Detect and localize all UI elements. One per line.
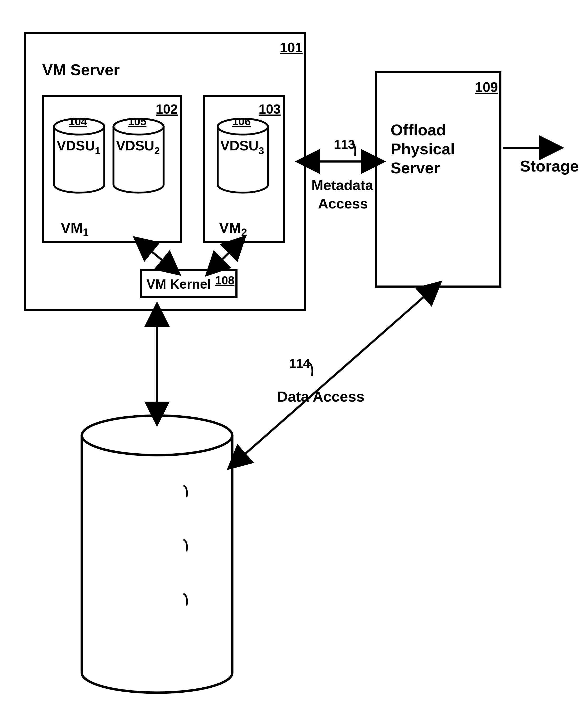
redo-log-1-label: redo log bbox=[114, 505, 168, 521]
vm2-label: VM2 bbox=[219, 219, 247, 238]
hook-112 bbox=[183, 594, 187, 605]
metadata-ref: 113 bbox=[334, 137, 355, 152]
offload-line2: Physical bbox=[391, 140, 455, 158]
metadata-line1: Metadata bbox=[311, 177, 373, 193]
vm-server-title: VM Server bbox=[42, 61, 120, 79]
metadata-line2: Access bbox=[318, 195, 368, 212]
offload-box bbox=[375, 71, 501, 288]
storage-label: Storage bbox=[520, 157, 579, 175]
hook-110 bbox=[183, 486, 187, 497]
offload-line3: Server bbox=[391, 159, 440, 177]
data-access-ref: 114 bbox=[289, 356, 310, 371]
vm2-ref: 103 bbox=[259, 102, 280, 117]
data-access-label: Data Access bbox=[277, 388, 364, 405]
disk-file-ref: 112 bbox=[162, 589, 183, 603]
vm1-sub: 1 bbox=[83, 226, 89, 238]
svg-point-6 bbox=[82, 416, 232, 455]
diagram-canvas: 101 VM Server 102 VM1 103 VM2 VM Kernel … bbox=[0, 0, 579, 728]
vm-kernel-ref: 108 bbox=[215, 274, 234, 287]
disk-file-line2: File bbox=[114, 629, 137, 645]
hook-111 bbox=[183, 540, 187, 551]
disk-file-line1: Disk bbox=[114, 612, 143, 628]
offload-ref: 109 bbox=[475, 79, 498, 95]
vm-kernel-label: VM Kernel bbox=[147, 277, 211, 292]
pdsu-ref: 107 bbox=[191, 450, 213, 465]
vm1-label: VM1 bbox=[61, 219, 89, 238]
vm1-label-text: VM bbox=[61, 219, 83, 236]
redo-log-2-ref: 111 bbox=[162, 534, 183, 549]
vm2-sub: 2 bbox=[241, 226, 247, 238]
redo-log-2-label: redo log bbox=[114, 560, 168, 575]
redo-log-1-ref: 110 bbox=[162, 480, 183, 495]
offload-line1: Offload bbox=[391, 121, 446, 139]
pdsu-label: pDSU bbox=[107, 451, 149, 469]
arrow-data-access bbox=[236, 289, 433, 462]
vm2-label-text: VM bbox=[219, 219, 241, 236]
vm1-ref: 102 bbox=[156, 102, 178, 117]
vm-server-ref: 101 bbox=[280, 40, 303, 55]
